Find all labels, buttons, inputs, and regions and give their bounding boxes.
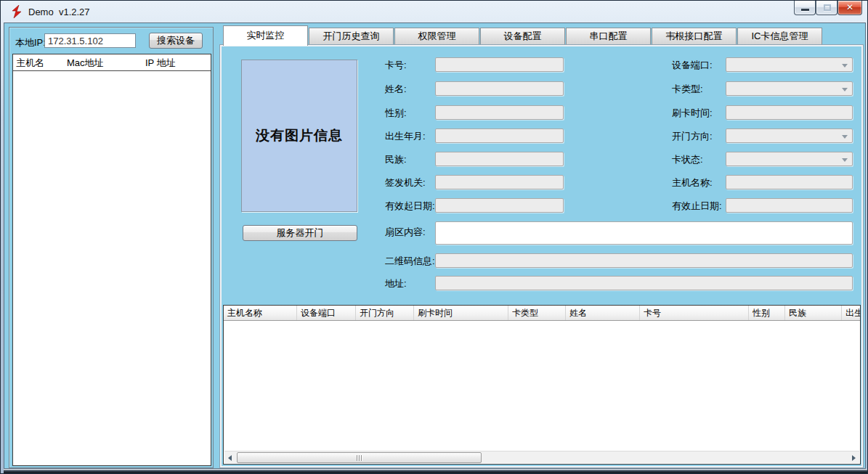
chevron-down-icon bbox=[842, 88, 848, 91]
records-col-direction[interactable]: 开门方向 bbox=[356, 306, 414, 320]
scroll-left-button[interactable] bbox=[224, 451, 237, 464]
records-col-hostname[interactable]: 主机名称 bbox=[224, 306, 297, 320]
name-label: 姓名: bbox=[385, 83, 407, 96]
swipe-records-table[interactable]: 主机名称 设备端口 开门方向 刷卡时间 卡类型 姓名 卡号 性别 民族 出生年月 bbox=[223, 305, 861, 465]
card-no-field[interactable] bbox=[435, 57, 564, 72]
records-col-name[interactable]: 姓名 bbox=[566, 306, 640, 320]
client-area: 本地IP: 搜索设备 主机名 Mac地址 IP 地址 实时监控 开门历史查询 权… bbox=[4, 23, 866, 469]
records-col-device-port[interactable]: 设备端口 bbox=[297, 306, 356, 320]
minimize-button[interactable] bbox=[794, 1, 816, 15]
door-direction-label: 开门方向: bbox=[672, 130, 713, 143]
valid-from-label: 有效起日期: bbox=[385, 200, 435, 213]
arrow-right-icon bbox=[852, 455, 856, 461]
device-table-header: 主机名 Mac地址 IP 地址 bbox=[13, 54, 211, 71]
records-col-card-type[interactable]: 卡类型 bbox=[508, 306, 566, 320]
search-devices-button[interactable]: 搜索设备 bbox=[149, 33, 203, 49]
device-port-combo[interactable] bbox=[726, 57, 853, 72]
card-type-combo[interactable] bbox=[726, 81, 853, 96]
chevron-down-icon bbox=[842, 64, 848, 68]
close-button[interactable]: ✕ bbox=[837, 1, 862, 15]
app-window: Demo v1.2.27 ✕ 本地IP: 搜索设备 主机名 Mac地址 IP 地… bbox=[0, 0, 868, 474]
card-status-label: 卡状态: bbox=[672, 153, 703, 166]
host-name-field[interactable] bbox=[726, 175, 853, 189]
tab-serial-config[interactable]: 串口配置 bbox=[566, 28, 651, 45]
door-direction-combo[interactable] bbox=[726, 128, 853, 143]
card-no-label: 卡号: bbox=[385, 59, 407, 72]
sector-content-label: 扇区内容: bbox=[385, 226, 426, 239]
horizontal-scrollbar[interactable] bbox=[224, 451, 859, 463]
valid-to-field[interactable] bbox=[726, 198, 853, 213]
window-bottom-border bbox=[4, 469, 867, 474]
close-icon: ✕ bbox=[838, 2, 861, 12]
chevron-down-icon bbox=[842, 135, 848, 139]
scrollbar-grip-icon bbox=[355, 455, 364, 461]
title-bar[interactable]: Demo v1.2.27 ✕ bbox=[1, 1, 867, 23]
ethnicity-field[interactable] bbox=[435, 152, 564, 166]
tab-page: 没有图片信息 服务器开门 卡号: 姓名: 性别: 出生年月: 民族: 签发机关:… bbox=[219, 44, 864, 468]
device-port-label: 设备端口: bbox=[672, 59, 713, 72]
local-ip-label: 本地IP: bbox=[15, 36, 46, 49]
records-col-swipe-time[interactable]: 刷卡时间 bbox=[414, 306, 508, 320]
name-field[interactable] bbox=[435, 81, 564, 96]
host-name-label: 主机名称: bbox=[672, 176, 713, 189]
tab-permission-mgmt[interactable]: 权限管理 bbox=[394, 28, 479, 45]
card-type-label: 卡类型: bbox=[672, 83, 703, 96]
tab-realtime-monitor[interactable]: 实时监控 bbox=[223, 25, 308, 46]
tab-ic-card-mgmt[interactable]: IC卡信息管理 bbox=[737, 28, 822, 45]
ethnicity-label: 民族: bbox=[385, 153, 407, 166]
sector-content-field[interactable] bbox=[435, 221, 853, 245]
records-col-card-no[interactable]: 卡号 bbox=[640, 306, 749, 320]
device-col-ip[interactable]: IP 地址 bbox=[142, 54, 211, 70]
records-col-ethnicity[interactable]: 民族 bbox=[785, 306, 842, 320]
address-field[interactable] bbox=[435, 276, 853, 290]
chevron-down-icon bbox=[842, 158, 848, 162]
issuer-label: 签发机关: bbox=[385, 176, 426, 189]
qr-info-field[interactable] bbox=[435, 253, 853, 268]
device-list-panel: 本地IP: 搜索设备 主机名 Mac地址 IP 地址 bbox=[9, 27, 214, 468]
card-status-combo[interactable] bbox=[726, 152, 853, 166]
tab-door-history[interactable]: 开门历史查询 bbox=[309, 28, 394, 45]
records-col-gender[interactable]: 性别 bbox=[749, 306, 785, 320]
photo-placeholder: 没有图片信息 bbox=[241, 60, 357, 212]
records-col-birthdate[interactable]: 出生年月 bbox=[842, 306, 860, 320]
swipe-time-field[interactable] bbox=[726, 105, 853, 120]
valid-from-field[interactable] bbox=[435, 198, 564, 213]
tab-wiegand-config[interactable]: 韦根接口配置 bbox=[652, 28, 737, 45]
qr-info-label: 二维码信息: bbox=[385, 255, 435, 268]
arrow-left-icon bbox=[228, 455, 232, 461]
scroll-right-button[interactable] bbox=[847, 451, 859, 464]
scrollbar-thumb[interactable] bbox=[237, 452, 482, 463]
app-logo-icon bbox=[10, 5, 23, 18]
realtime-monitor-page: 没有图片信息 服务器开门 卡号: 姓名: 性别: 出生年月: 民族: 签发机关:… bbox=[222, 46, 861, 466]
records-table-header: 主机名称 设备端口 开门方向 刷卡时间 卡类型 姓名 卡号 性别 民族 出生年月 bbox=[224, 306, 860, 321]
gender-field[interactable] bbox=[435, 105, 564, 120]
device-col-hostname[interactable]: 主机名 bbox=[13, 54, 64, 70]
local-ip-input[interactable] bbox=[44, 33, 136, 48]
birthdate-field[interactable] bbox=[435, 128, 564, 143]
valid-to-label: 有效止日期: bbox=[672, 200, 722, 213]
maximize-icon bbox=[824, 4, 831, 11]
swipe-time-label: 刷卡时间: bbox=[672, 107, 713, 120]
gender-label: 性别: bbox=[385, 107, 407, 120]
minimize-icon bbox=[801, 9, 809, 11]
address-label: 地址: bbox=[385, 277, 407, 290]
issuer-field[interactable] bbox=[435, 175, 564, 189]
device-col-mac[interactable]: Mac地址 bbox=[64, 54, 142, 70]
device-table[interactable]: 主机名 Mac地址 IP 地址 bbox=[12, 54, 211, 466]
birthdate-label: 出生年月: bbox=[385, 130, 426, 143]
server-open-door-button[interactable]: 服务器开门 bbox=[243, 225, 357, 241]
maximize-button[interactable] bbox=[816, 1, 837, 15]
window-title: Demo v1.2.27 bbox=[28, 7, 90, 17]
tab-device-config[interactable]: 设备配置 bbox=[480, 28, 565, 45]
